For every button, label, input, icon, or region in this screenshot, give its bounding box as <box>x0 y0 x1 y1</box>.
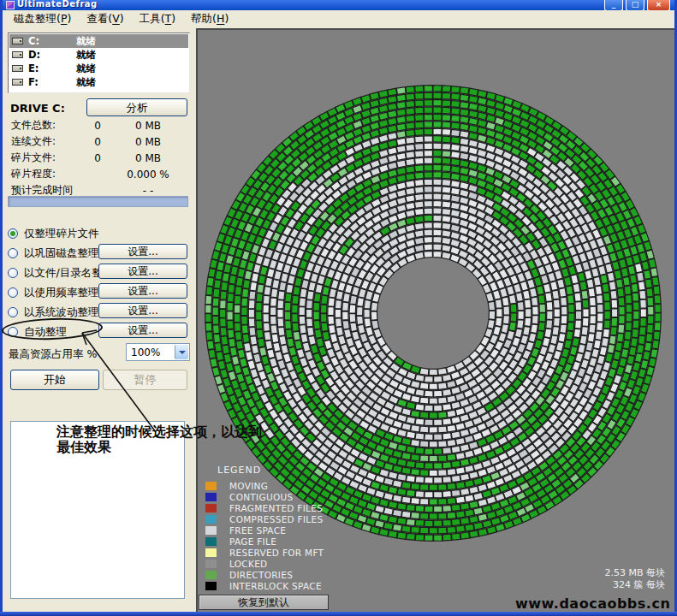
legend-item-moving: MOVING <box>205 480 324 491</box>
mft-swatch <box>205 548 217 557</box>
legend-item-locked: LOCKED <box>205 558 324 569</box>
annotation-text-line2: 最佳效果 <box>56 439 111 457</box>
radio-icon[interactable] <box>8 268 18 278</box>
legend-item-pagefile: PAGE FILE <box>205 536 324 547</box>
moving-swatch <box>205 482 217 490</box>
resource-combobox[interactable]: 100% <box>126 343 190 361</box>
block-size-mb: 2.53 MB 每块 <box>604 567 665 579</box>
stat-row-total-files: 文件总数:00 MB <box>3 117 196 133</box>
menu-bar: 磁盘整理(P) 查看(V) 工具(T) 帮助(H) <box>3 10 674 28</box>
legend-item-directories: DIRECTORIES <box>205 569 324 580</box>
drive-icon <box>12 79 23 86</box>
window-border-left <box>0 0 3 616</box>
drive-row-e[interactable]: E: 就绪 <box>9 62 188 75</box>
settings-button-filename[interactable]: 设置... <box>98 264 187 279</box>
stat-row-fragmented-files: 碎片文件:00 MB <box>3 150 196 166</box>
legend-item-contiguous: CONTIGUOUS <box>205 491 324 502</box>
pagefile-swatch <box>205 537 217 546</box>
legend-item-compressed: COMPRESSED FILES <box>205 513 324 524</box>
block-size-stats: 2.53 MB 每块 324 簇 每块 <box>604 567 665 591</box>
contiguous-swatch <box>205 493 217 501</box>
block-size-clusters: 324 簇 每块 <box>604 579 665 591</box>
drive-stats: 文件总数:00 MB 连续文件:00 MB 碎片文件:00 MB 碎片程度:0.… <box>3 117 196 198</box>
watermark: www.daocaobbs.cn <box>515 595 670 612</box>
radio-defrag-only[interactable]: 仅整理碎片文件 <box>8 226 99 241</box>
drive-row-d[interactable]: D: 就绪 <box>9 48 188 62</box>
radio-by-usage[interactable]: 以使用频率整理 <box>8 285 99 300</box>
drive-row-f[interactable]: F: 就绪 <box>9 75 188 89</box>
menu-item-view[interactable]: 查看(V) <box>79 10 131 28</box>
resource-value: 100% <box>131 346 160 358</box>
drive-icon <box>12 65 23 72</box>
directories-swatch <box>205 571 217 579</box>
legend-title: LEGEND <box>217 465 324 476</box>
legend: LEGEND MOVING CONTIGUOUS FRAGMENTED FILE… <box>205 465 324 591</box>
locked-swatch <box>205 560 217 568</box>
drive-status: 就绪 <box>76 76 96 89</box>
stat-row-contiguous-files: 连续文件:00 MB <box>3 133 196 150</box>
menu-item-tools[interactable]: 工具(T) <box>132 10 183 28</box>
window-border-bottom <box>0 612 677 616</box>
title-bar: UltimateDefrag <box>0 0 677 10</box>
fragmented-swatch <box>205 504 217 512</box>
legend-item-fragmented: FRAGMENTED FILES <box>205 502 324 513</box>
radio-icon[interactable] <box>8 307 18 317</box>
progress-bar <box>8 196 188 207</box>
drive-status: 就绪 <box>76 49 96 62</box>
settings-button-usage[interactable]: 设置... <box>98 283 187 299</box>
drive-icon <box>12 51 23 58</box>
minimize-icon: _ <box>612 0 616 9</box>
legend-item-freespace: FREE SPACE <box>205 524 324 536</box>
drive-row-c[interactable]: C: 就绪 <box>9 34 188 48</box>
analyze-button[interactable]: 分析 <box>86 98 187 116</box>
resource-usage-label: 最高资源占用率 % <box>9 347 97 362</box>
drive-icon <box>12 38 23 44</box>
app-icon <box>6 1 15 9</box>
chevron-down-icon[interactable] <box>175 345 188 359</box>
radio-icon[interactable] <box>8 228 18 239</box>
restore-defaults-button[interactable]: 恢复到默认 <box>199 595 329 610</box>
radio-icon[interactable] <box>8 248 18 258</box>
menu-item-defrag[interactable]: 磁盘整理(P) <box>6 10 79 28</box>
radio-by-filename[interactable]: 以文件/目录名整理 <box>8 265 113 281</box>
radio-consolidate[interactable]: 以巩固磁盘整理 <box>8 246 99 261</box>
drive-list[interactable]: C: 就绪 D: 就绪 E: 就绪 F: 就绪 <box>8 33 190 93</box>
pause-button[interactable]: 暂停 <box>103 370 187 390</box>
start-button[interactable]: 开始 <box>10 370 99 390</box>
stat-row-fragmentation-level: 碎片程度:0.000 % <box>3 166 196 182</box>
close-icon: × <box>656 0 662 9</box>
settings-button-volatility[interactable]: 设置... <box>98 303 187 318</box>
interblock-swatch <box>205 582 217 590</box>
compressed-swatch <box>205 515 217 524</box>
app-window: UltimateDefrag _ □ × 磁盘整理(P) 查看(V) 工具(T)… <box>0 0 677 616</box>
settings-button-auto[interactable]: 设置... <box>98 323 187 338</box>
drive-status: 就绪 <box>76 62 96 75</box>
menu-item-help[interactable]: 帮助(H) <box>183 10 236 28</box>
legend-item-mft: RESERVED FOR MFT <box>205 547 324 558</box>
maximize-icon: □ <box>632 0 639 9</box>
legend-item-interblock: INTERBLOCK SPACE <box>205 580 324 591</box>
drive-status: 就绪 <box>76 35 96 48</box>
radio-icon[interactable] <box>8 287 18 298</box>
settings-button-consolidate[interactable]: 设置... <box>98 244 187 259</box>
freespace-swatch <box>205 526 217 535</box>
window-title: UltimateDefrag <box>17 0 98 9</box>
selected-drive-label: DRIVE C: <box>10 102 65 115</box>
